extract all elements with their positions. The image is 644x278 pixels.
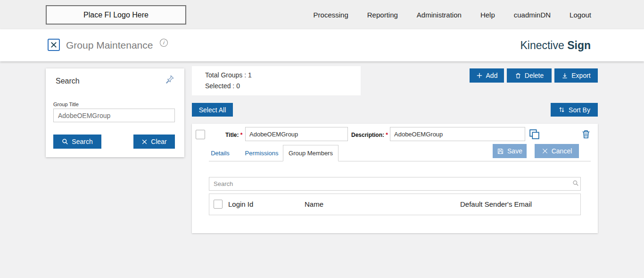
group-row-checkbox[interactable] — [196, 130, 205, 139]
tabs-divider — [209, 161, 591, 161]
group-maintenance-icon — [48, 39, 60, 51]
cancel-button[interactable]: Cancel — [535, 144, 579, 158]
group-title-input[interactable] — [53, 109, 175, 122]
tab-details[interactable]: Details — [204, 145, 236, 161]
nav-item-reporting[interactable]: Reporting — [367, 11, 398, 19]
clear-button-label: Clear — [151, 138, 166, 145]
description-required-marker: * — [386, 132, 388, 138]
brand-suffix: Sign — [567, 39, 591, 51]
plus-icon — [476, 72, 483, 79]
search-panel: Search Group Title Search Clear — [46, 68, 184, 157]
title-input[interactable] — [245, 127, 348, 141]
export-button-label: Export — [571, 72, 590, 79]
app-screen: Place FI Logo Here Processing Reporting … — [0, 0, 644, 278]
clear-button[interactable]: Clear — [133, 135, 175, 149]
sort-by-label: Sort By — [569, 106, 590, 114]
title-label-text: Title: — [225, 132, 239, 138]
title-field-label: Title: * — [225, 132, 242, 138]
search-button-label: Search — [72, 138, 92, 145]
select-all-button[interactable]: Select All — [192, 103, 233, 117]
pin-icon[interactable] — [165, 74, 175, 86]
tab-permissions[interactable]: Permissions — [241, 145, 282, 161]
add-button-label: Add — [486, 72, 498, 79]
download-icon — [561, 72, 568, 79]
members-table-header: Login Id Name Default Sender's Email — [209, 194, 581, 215]
nav-item-processing[interactable]: Processing — [314, 11, 348, 19]
info-icon[interactable]: i — [159, 38, 168, 47]
save-button-label: Save — [507, 147, 522, 155]
row-trash-icon[interactable] — [581, 128, 591, 142]
members-search-icon[interactable] — [572, 180, 579, 188]
nav-item-username[interactable]: cuadminDN — [514, 11, 551, 19]
group-title-label: Group Title — [53, 101, 79, 107]
members-search-input[interactable] — [209, 177, 581, 191]
sort-by-button[interactable]: Sort By — [551, 103, 598, 117]
column-default-sender-email: Default Sender's Email — [460, 194, 532, 215]
add-button[interactable]: Add — [470, 68, 504, 83]
description-label-text: Description: — [351, 132, 384, 138]
members-select-all-checkbox[interactable] — [214, 200, 223, 209]
fi-logo-label: Place FI Logo Here — [83, 11, 149, 19]
description-input[interactable] — [390, 127, 525, 141]
nav-item-logout[interactable]: Logout — [570, 11, 591, 19]
total-groups-text: Total Groups : 1 — [205, 71, 361, 79]
page-title: Group Maintenance — [66, 29, 153, 61]
brand-logo: Kinective Sign — [520, 29, 591, 61]
title-required-marker: * — [240, 132, 243, 138]
close-icon — [141, 139, 148, 145]
cancel-button-label: Cancel — [552, 147, 572, 155]
column-name: Name — [305, 194, 323, 215]
description-field-label: Description: * — [351, 132, 388, 138]
save-button[interactable]: Save — [493, 144, 527, 158]
export-button[interactable]: Export — [554, 68, 598, 83]
tab-group-members[interactable]: Group Members — [283, 145, 339, 161]
sort-icon — [558, 106, 565, 113]
nav-item-administration[interactable]: Administration — [417, 11, 462, 19]
save-icon — [497, 148, 504, 155]
top-bar: Place FI Logo Here Processing Reporting … — [0, 0, 644, 29]
main-nav: Processing Reporting Administration Help… — [314, 0, 591, 29]
actions-toolbar: Add Delete Export — [470, 68, 598, 83]
summary-box: Total Groups : 1 Selected : 0 — [192, 66, 361, 95]
search-icon — [62, 138, 68, 145]
select-all-label: Select All — [199, 106, 226, 114]
selected-count-text: Selected : 0 — [205, 82, 361, 90]
copy-icon[interactable] — [528, 128, 540, 142]
page-header: Group Maintenance i Kinective Sign — [0, 29, 644, 61]
group-edit-panel: Title: * Description: * Details Permissi… — [192, 124, 598, 233]
column-login-id: Login Id — [228, 194, 253, 215]
search-button[interactable]: Search — [53, 135, 101, 149]
cancel-icon — [542, 148, 548, 154]
fi-logo-placeholder[interactable]: Place FI Logo Here — [46, 5, 186, 25]
brand-name: Kinective — [520, 39, 567, 51]
search-panel-title: Search — [56, 77, 80, 85]
trash-icon — [515, 72, 521, 79]
delete-button[interactable]: Delete — [507, 68, 552, 83]
delete-button-label: Delete — [525, 72, 544, 79]
nav-item-help[interactable]: Help — [480, 11, 495, 19]
